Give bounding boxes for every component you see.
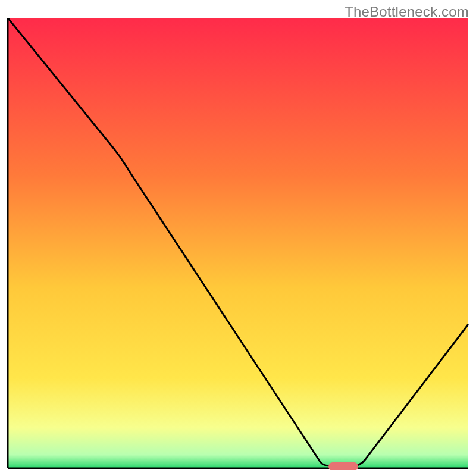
chart-frame: TheBottleneck.com [0,0,476,476]
optimal-point-marker [328,462,358,470]
chart-svg [6,18,470,470]
gradient-background [8,18,468,468]
plot-area [6,18,470,470]
